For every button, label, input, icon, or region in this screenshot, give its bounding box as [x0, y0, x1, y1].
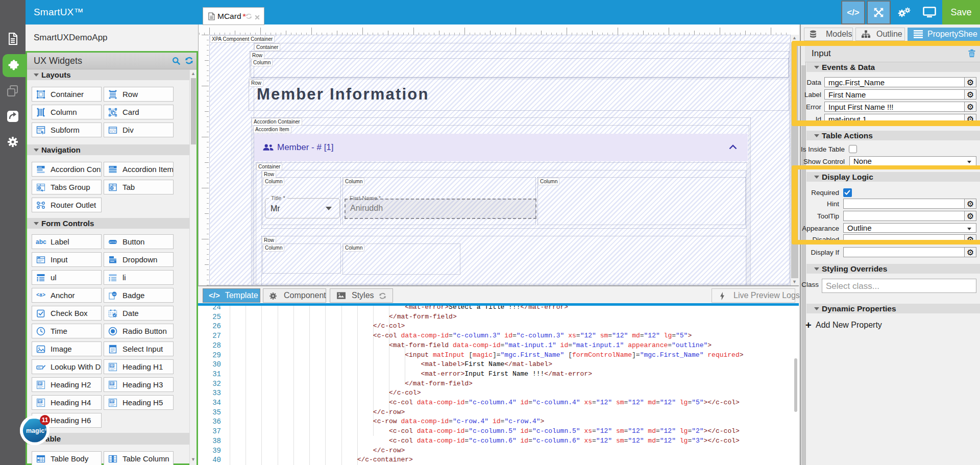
- svg-text:H4: H4: [38, 400, 42, 403]
- svg-text:co: co: [113, 292, 116, 296]
- svg-text:H2: H2: [38, 382, 42, 385]
- svg-text:BUTTON: BUTTON: [109, 241, 116, 243]
- svg-text:H3: H3: [110, 382, 114, 385]
- svg-text:H5: H5: [110, 400, 114, 403]
- svg-text:H1: H1: [110, 364, 114, 368]
- svg-text:</>: </>: [110, 130, 116, 133]
